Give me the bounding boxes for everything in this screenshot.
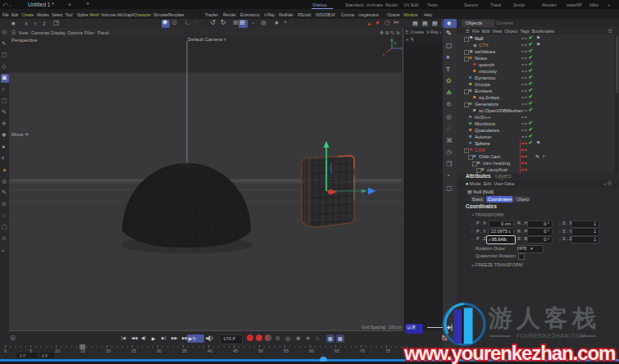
svg-text:x: x (383, 52, 385, 57)
svg-text:y: y (394, 41, 397, 45)
